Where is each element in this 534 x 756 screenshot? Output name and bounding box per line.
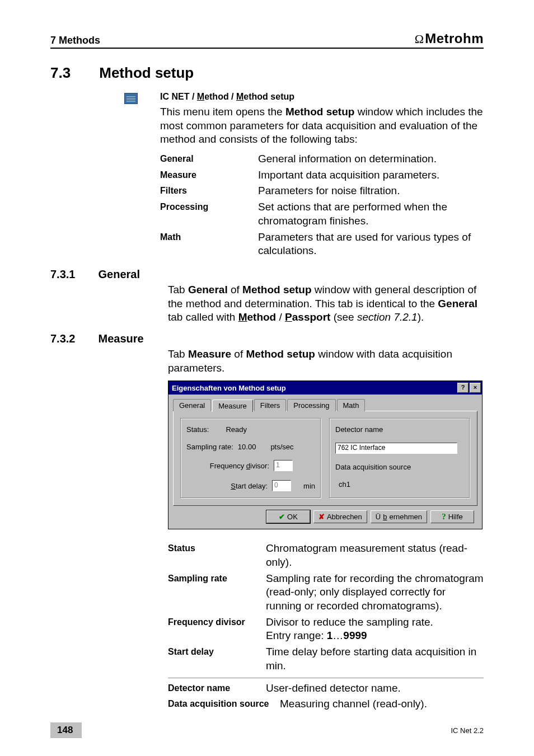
method-setup-dialog: Eigenschaften von Method setup ? × Gener… xyxy=(168,381,483,529)
question-icon: ? xyxy=(442,512,446,522)
def-row: MeasureImportant data acquisition parame… xyxy=(160,168,484,182)
section-heading: 7.3 Method setup xyxy=(50,64,484,82)
tab-processing[interactable]: Processing xyxy=(287,399,335,411)
page-footer: 148 IC Net 2.2 xyxy=(50,722,484,738)
def-row: Frequency divisor Divisor to reduce the … xyxy=(168,616,484,643)
method-setup-icon xyxy=(124,93,138,104)
apply-button[interactable]: Übernehmen xyxy=(371,510,427,523)
page-number: 148 xyxy=(50,722,82,738)
sub1-paragraph: Tab General of Method setup window with … xyxy=(168,283,484,325)
intro-paragraph: This menu item opens the Method setup wi… xyxy=(160,105,484,147)
menu-path: IC NET / Method / Method setup xyxy=(160,92,484,102)
param-definition-list-2: Detector nameUser-defined detector name.… xyxy=(168,682,484,711)
brand-logo: Ω Metrohm xyxy=(415,31,484,46)
def-row: Start delayTime delay before starting da… xyxy=(168,645,484,673)
sampling-rate-label: Sampling rate: xyxy=(186,443,233,451)
subsection-heading-measure: 7.3.2 Measure xyxy=(50,332,484,345)
check-icon: ✔ xyxy=(279,513,285,521)
frequency-divisor-label: Frequency divisor: xyxy=(210,462,269,470)
def-row: Detector nameUser-defined detector name. xyxy=(168,682,484,696)
sampling-rate-value: 10.00 xyxy=(238,443,256,451)
def-row: Sampling rateSampling rate for recording… xyxy=(168,572,484,613)
detector-name-input[interactable]: 762 IC Interface xyxy=(335,443,457,454)
cross-icon: ✘ xyxy=(318,513,325,521)
param-definition-list: StatusChromatogram measurement status (r… xyxy=(168,542,484,673)
dialog-tabbar: General Measure Filters Processing Math xyxy=(173,399,477,411)
tab-definition-list: GeneralGeneral information on determinat… xyxy=(160,152,484,258)
tab-math[interactable]: Math xyxy=(337,399,366,411)
tab-general[interactable]: General xyxy=(173,399,211,411)
def-row: Data acquisition sourceMeasuring channel… xyxy=(168,697,484,711)
frequency-divisor-input[interactable]: 1 xyxy=(274,460,293,471)
def-row: MathParameters that are used for various… xyxy=(160,231,484,258)
divider xyxy=(168,678,484,678)
product-name: IC Net 2.2 xyxy=(451,726,484,735)
tab-measure[interactable]: Measure xyxy=(212,400,253,412)
help-button[interactable]: ? Hilfe xyxy=(430,510,474,523)
subsection-heading-general: 7.3.1 General xyxy=(50,268,484,281)
dialog-title: Eigenschaften von Method setup xyxy=(172,384,286,392)
left-groupbox: Status: Ready Sampling rate: 10.00 pts/s… xyxy=(180,418,321,499)
def-row: FiltersParameters for noise filtration. xyxy=(160,184,484,198)
start-delay-unit: min xyxy=(303,482,315,490)
tab-filters[interactable]: Filters xyxy=(254,399,286,411)
start-delay-input[interactable]: 0 xyxy=(272,480,291,491)
section-number: 7.3 xyxy=(50,64,95,82)
detector-name-label: Detector name xyxy=(335,425,383,434)
data-source-label: Data acquisition source xyxy=(335,463,411,471)
section-title: Method setup xyxy=(99,64,194,81)
data-source-value: ch1 xyxy=(335,480,350,489)
sub2-paragraph: Tab Measure of Method setup window with … xyxy=(168,348,484,375)
dialog-close-button[interactable]: × xyxy=(470,383,481,393)
chapter-label: 7 Methods xyxy=(50,35,100,46)
ok-button[interactable]: ✔ OK xyxy=(266,510,310,523)
def-row: GeneralGeneral information on determinat… xyxy=(160,152,484,166)
brand-name: Metrohm xyxy=(425,31,484,46)
dialog-titlebar: Eigenschaften von Method setup ? × xyxy=(168,381,482,395)
status-label: Status: xyxy=(186,425,209,434)
brand-omega-icon: Ω xyxy=(415,32,424,46)
page-header: 7 Methods Ω Metrohm xyxy=(50,31,484,49)
def-row: StatusChromatogram measurement status (r… xyxy=(168,542,484,569)
right-groupbox: Detector name 762 IC Interface Data acqu… xyxy=(329,418,470,499)
sampling-rate-unit: pts/sec xyxy=(270,443,293,451)
status-value: Ready xyxy=(226,425,247,434)
tab-panel-measure: Status: Ready Sampling rate: 10.00 pts/s… xyxy=(173,411,477,506)
dialog-button-row: ✔ OK ✘ Abbrechen Übernehmen ? Hilfe xyxy=(173,506,477,525)
cancel-button[interactable]: ✘ Abbrechen xyxy=(313,510,367,523)
start-delay-label: Start delay: xyxy=(231,482,268,490)
dialog-help-button[interactable]: ? xyxy=(457,383,469,393)
def-row: ProcessingSet actions that are performed… xyxy=(160,200,484,228)
